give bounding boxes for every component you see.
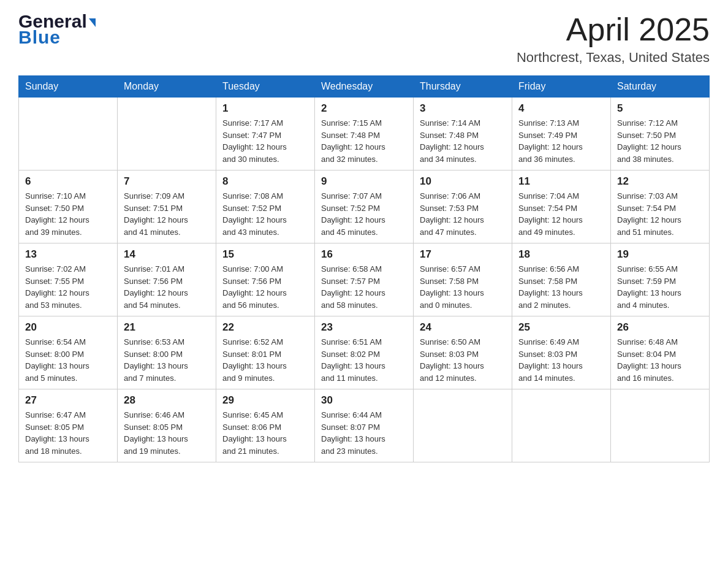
table-row: 10Sunrise: 7:06 AMSunset: 7:53 PMDayligh…: [414, 170, 512, 243]
col-tuesday: Tuesday: [216, 76, 315, 98]
table-row: 24Sunrise: 6:50 AMSunset: 8:03 PMDayligh…: [414, 316, 512, 389]
day-number: 10: [420, 175, 506, 188]
day-number: 17: [420, 248, 506, 261]
calendar-header-row: Sunday Monday Tuesday Wednesday Thursday…: [19, 76, 710, 98]
day-number: 6: [25, 175, 111, 188]
title-block: April 2025 Northcrest, Texas, United Sta…: [517, 12, 710, 66]
day-number: 8: [222, 175, 308, 188]
day-number: 27: [25, 394, 111, 407]
table-row: 18Sunrise: 6:56 AMSunset: 7:58 PMDayligh…: [512, 243, 611, 316]
day-info: Sunrise: 7:00 AMSunset: 7:56 PMDaylight:…: [222, 263, 308, 311]
day-info: Sunrise: 6:55 AMSunset: 7:59 PMDaylight:…: [617, 263, 703, 311]
table-row: 28Sunrise: 6:46 AMSunset: 8:05 PMDayligh…: [118, 389, 216, 462]
table-row: 7Sunrise: 7:09 AMSunset: 7:51 PMDaylight…: [118, 170, 216, 243]
day-number: 30: [321, 394, 407, 407]
day-number: 12: [617, 175, 703, 188]
day-info: Sunrise: 7:10 AMSunset: 7:50 PMDaylight:…: [25, 190, 111, 238]
table-row: 9Sunrise: 7:07 AMSunset: 7:52 PMDaylight…: [315, 170, 414, 243]
table-row: 15Sunrise: 7:00 AMSunset: 7:56 PMDayligh…: [216, 243, 315, 316]
calendar-week-row: 6Sunrise: 7:10 AMSunset: 7:50 PMDaylight…: [19, 170, 710, 243]
day-number: 19: [617, 248, 703, 261]
day-number: 25: [518, 321, 604, 334]
day-number: 29: [222, 394, 308, 407]
table-row: 29Sunrise: 6:45 AMSunset: 8:06 PMDayligh…: [216, 389, 315, 462]
logo: General Blue: [18, 12, 96, 47]
day-info: Sunrise: 7:06 AMSunset: 7:53 PMDaylight:…: [420, 190, 506, 238]
day-info: Sunrise: 6:48 AMSunset: 8:04 PMDaylight:…: [617, 336, 703, 384]
logo-triangle-icon: [89, 18, 96, 27]
table-row: [512, 389, 611, 462]
day-info: Sunrise: 6:44 AMSunset: 8:07 PMDaylight:…: [321, 409, 407, 457]
table-row: 8Sunrise: 7:08 AMSunset: 7:52 PMDaylight…: [216, 170, 315, 243]
day-info: Sunrise: 7:14 AMSunset: 7:48 PMDaylight:…: [420, 117, 506, 165]
day-info: Sunrise: 7:15 AMSunset: 7:48 PMDaylight:…: [321, 117, 407, 165]
day-number: 16: [321, 248, 407, 261]
day-info: Sunrise: 6:51 AMSunset: 8:02 PMDaylight:…: [321, 336, 407, 384]
day-info: Sunrise: 6:46 AMSunset: 8:05 PMDaylight:…: [124, 409, 210, 457]
table-row: 3Sunrise: 7:14 AMSunset: 7:48 PMDaylight…: [414, 98, 512, 170]
day-info: Sunrise: 7:08 AMSunset: 7:52 PMDaylight:…: [222, 190, 308, 238]
table-row: 23Sunrise: 6:51 AMSunset: 8:02 PMDayligh…: [315, 316, 414, 389]
table-row: 13Sunrise: 7:02 AMSunset: 7:55 PMDayligh…: [19, 243, 118, 316]
day-info: Sunrise: 6:58 AMSunset: 7:57 PMDaylight:…: [321, 263, 407, 311]
day-info: Sunrise: 7:07 AMSunset: 7:52 PMDaylight:…: [321, 190, 407, 238]
day-number: 18: [518, 248, 604, 261]
table-row: 27Sunrise: 6:47 AMSunset: 8:05 PMDayligh…: [19, 389, 118, 462]
table-row: 20Sunrise: 6:54 AMSunset: 8:00 PMDayligh…: [19, 316, 118, 389]
table-row: 17Sunrise: 6:57 AMSunset: 7:58 PMDayligh…: [414, 243, 512, 316]
table-row: 14Sunrise: 7:01 AMSunset: 7:56 PMDayligh…: [118, 243, 216, 316]
day-info: Sunrise: 7:12 AMSunset: 7:50 PMDaylight:…: [617, 117, 703, 165]
day-number: 3: [420, 102, 506, 115]
day-number: 1: [222, 102, 308, 115]
day-info: Sunrise: 6:47 AMSunset: 8:05 PMDaylight:…: [25, 409, 111, 457]
table-row: 6Sunrise: 7:10 AMSunset: 7:50 PMDaylight…: [19, 170, 118, 243]
calendar-week-row: 13Sunrise: 7:02 AMSunset: 7:55 PMDayligh…: [19, 243, 710, 316]
month-year-title: April 2025: [517, 12, 710, 47]
table-row: 4Sunrise: 7:13 AMSunset: 7:49 PMDaylight…: [512, 98, 611, 170]
day-number: 11: [518, 175, 604, 188]
col-friday: Friday: [512, 76, 611, 98]
table-row: [118, 98, 216, 170]
day-number: 9: [321, 175, 407, 188]
day-info: Sunrise: 7:01 AMSunset: 7:56 PMDaylight:…: [124, 263, 210, 311]
day-info: Sunrise: 6:45 AMSunset: 8:06 PMDaylight:…: [222, 409, 308, 457]
day-info: Sunrise: 7:13 AMSunset: 7:49 PMDaylight:…: [518, 117, 604, 165]
table-row: 30Sunrise: 6:44 AMSunset: 8:07 PMDayligh…: [315, 389, 414, 462]
day-info: Sunrise: 6:56 AMSunset: 7:58 PMDaylight:…: [518, 263, 604, 311]
table-row: 12Sunrise: 7:03 AMSunset: 7:54 PMDayligh…: [611, 170, 710, 243]
day-info: Sunrise: 6:54 AMSunset: 8:00 PMDaylight:…: [25, 336, 111, 384]
table-row: 11Sunrise: 7:04 AMSunset: 7:54 PMDayligh…: [512, 170, 611, 243]
calendar-week-row: 20Sunrise: 6:54 AMSunset: 8:00 PMDayligh…: [19, 316, 710, 389]
day-info: Sunrise: 6:53 AMSunset: 8:00 PMDaylight:…: [124, 336, 210, 384]
day-info: Sunrise: 7:17 AMSunset: 7:47 PMDaylight:…: [222, 117, 308, 165]
day-number: 20: [25, 321, 111, 334]
col-wednesday: Wednesday: [315, 76, 414, 98]
table-row: 16Sunrise: 6:58 AMSunset: 7:57 PMDayligh…: [315, 243, 414, 316]
day-number: 22: [222, 321, 308, 334]
day-info: Sunrise: 6:50 AMSunset: 8:03 PMDaylight:…: [420, 336, 506, 384]
calendar-week-row: 1Sunrise: 7:17 AMSunset: 7:47 PMDaylight…: [19, 98, 710, 170]
logo-blue-text: Blue: [18, 28, 96, 47]
day-info: Sunrise: 6:49 AMSunset: 8:03 PMDaylight:…: [518, 336, 604, 384]
table-row: 1Sunrise: 7:17 AMSunset: 7:47 PMDaylight…: [216, 98, 315, 170]
day-number: 15: [222, 248, 308, 261]
page-header: General Blue April 2025 Northcrest, Texa…: [18, 12, 710, 66]
table-row: [19, 98, 118, 170]
table-row: 22Sunrise: 6:52 AMSunset: 8:01 PMDayligh…: [216, 316, 315, 389]
day-number: 7: [124, 175, 210, 188]
table-row: 21Sunrise: 6:53 AMSunset: 8:00 PMDayligh…: [118, 316, 216, 389]
day-info: Sunrise: 7:09 AMSunset: 7:51 PMDaylight:…: [124, 190, 210, 238]
table-row: 26Sunrise: 6:48 AMSunset: 8:04 PMDayligh…: [611, 316, 710, 389]
table-row: 19Sunrise: 6:55 AMSunset: 7:59 PMDayligh…: [611, 243, 710, 316]
table-row: [611, 389, 710, 462]
day-info: Sunrise: 7:02 AMSunset: 7:55 PMDaylight:…: [25, 263, 111, 311]
table-row: 25Sunrise: 6:49 AMSunset: 8:03 PMDayligh…: [512, 316, 611, 389]
col-thursday: Thursday: [414, 76, 512, 98]
col-saturday: Saturday: [611, 76, 710, 98]
table-row: [414, 389, 512, 462]
col-sunday: Sunday: [19, 76, 118, 98]
day-number: 13: [25, 248, 111, 261]
day-number: 28: [124, 394, 210, 407]
day-number: 14: [124, 248, 210, 261]
day-info: Sunrise: 7:04 AMSunset: 7:54 PMDaylight:…: [518, 190, 604, 238]
